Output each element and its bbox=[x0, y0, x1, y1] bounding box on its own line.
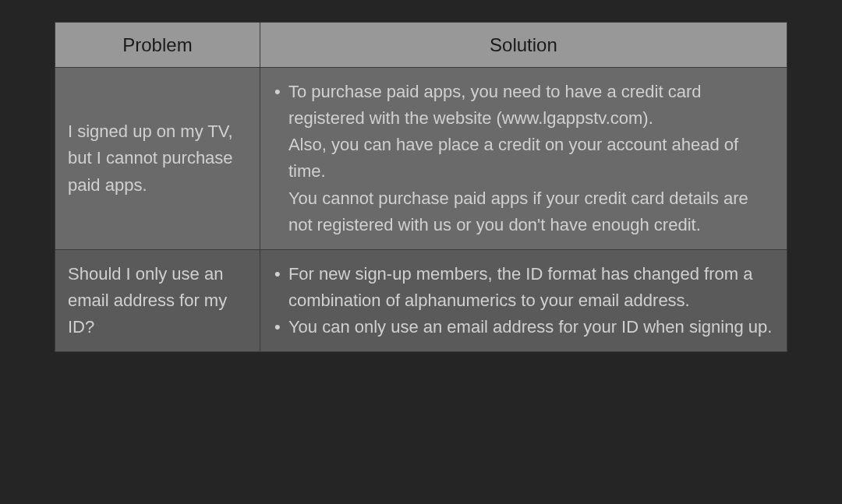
table-row: I signed up on my TV, but I cannot purch… bbox=[55, 68, 787, 250]
table-row: Should I only use an email address for m… bbox=[55, 249, 787, 351]
solution-list: To purchase paid apps, you need to have … bbox=[273, 79, 776, 238]
solution-cell: To purchase paid apps, you need to have … bbox=[260, 68, 787, 250]
column-header-problem: Problem bbox=[55, 23, 260, 68]
problem-cell: I signed up on my TV, but I cannot purch… bbox=[55, 68, 260, 250]
table-header-row: Problem Solution bbox=[55, 23, 787, 68]
solution-cell: For new sign-up members, the ID format h… bbox=[260, 249, 787, 351]
solution-item: To purchase paid apps, you need to have … bbox=[273, 79, 776, 238]
troubleshooting-table: Problem Solution I signed up on my TV, b… bbox=[55, 22, 787, 352]
table-body: I signed up on my TV, but I cannot purch… bbox=[55, 68, 787, 352]
solution-item: You can only use an email address for yo… bbox=[273, 314, 776, 340]
solution-item: For new sign-up members, the ID format h… bbox=[273, 261, 776, 314]
solution-list: For new sign-up members, the ID format h… bbox=[273, 261, 776, 340]
column-header-solution: Solution bbox=[260, 23, 787, 68]
problem-cell: Should I only use an email address for m… bbox=[55, 249, 260, 351]
